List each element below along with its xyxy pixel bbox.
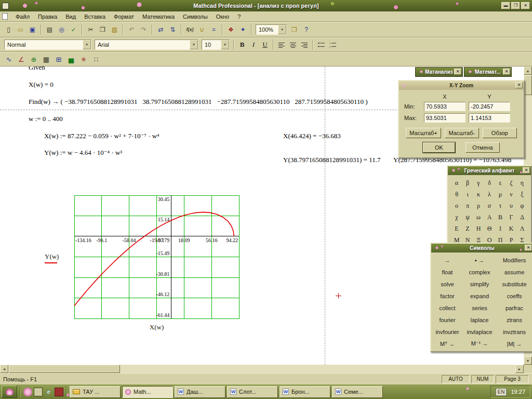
taskbar-task[interactable]: W Семе... [332, 386, 383, 398]
greek-letter-button[interactable]: ξ [517, 189, 528, 200]
xy-plot-region[interactable]: -134.16-96.1-58.04-19.9718.0956.1694.223… [74, 195, 239, 318]
greek-letter-button[interactable]: E [451, 223, 462, 234]
ok-button[interactable]: OK [423, 142, 455, 153]
close-button[interactable]: ✕ [521, 2, 530, 9]
plot-palette-icon[interactable]: ∠ [15, 54, 28, 65]
greek-letter-button[interactable]: φ [517, 200, 528, 211]
greek-letter-button[interactable]: B [495, 211, 506, 223]
expression-boolean-eq[interactable]: X(w) = 0 [29, 81, 54, 89]
italic-button[interactable]: I [248, 39, 259, 50]
greek-letter-button[interactable]: A [484, 211, 495, 223]
greek-letter-button[interactable]: H [473, 223, 484, 234]
restore-button[interactable]: ❐ [511, 2, 520, 9]
symbolic-keyword-button[interactable]: fourier [432, 314, 462, 326]
symbolic-keyword-button[interactable]: simplify [462, 278, 497, 290]
symbolic-keyword-button[interactable]: series [462, 302, 497, 314]
greek-letter-button[interactable]: ο [451, 200, 462, 211]
horizontal-scroll-thumb[interactable] [9, 365, 120, 373]
expression-given[interactable]: Given [29, 66, 45, 72]
close-icon[interactable]: ✕ [523, 167, 530, 174]
greek-letter-button[interactable]: ψ [462, 211, 473, 223]
font-select[interactable]: Arial ▾ [95, 39, 198, 50]
insert-component-icon[interactable]: ❖ [225, 24, 237, 35]
horizontal-scrollbar[interactable]: ◄ ► [0, 365, 524, 373]
greek-letter-button[interactable]: τ [495, 200, 506, 211]
star-palette-icon[interactable]: ✳ [77, 54, 90, 65]
menu-item[interactable]: Вид [61, 12, 80, 21]
symbolic-keyword-button[interactable]: invfourier [432, 326, 462, 338]
taskbar-task[interactable]: Math... [122, 386, 173, 398]
close-icon[interactable]: ✕ [525, 245, 532, 251]
minimized-palette-matemat[interactable]: Математ... ✕ [464, 67, 512, 77]
menu-item[interactable]: Окно [212, 12, 234, 21]
symbolic-keyword-button[interactable]: factor [432, 290, 462, 302]
paste-icon[interactable]: ▧ [109, 24, 121, 35]
evaluation-palette-icon[interactable]: ∷ [90, 54, 102, 65]
language-indicator[interactable]: EN [496, 388, 507, 396]
scroll-down-icon[interactable]: ▼ [524, 356, 532, 365]
greek-letter-button[interactable]: η [517, 177, 528, 189]
symbolic-keyword-button[interactable]: laplace [462, 314, 497, 326]
greek-letter-button[interactable]: ι [462, 189, 473, 200]
cut-icon[interactable]: ✂ [85, 24, 97, 35]
taskbar-task[interactable]: W Слот... [227, 386, 278, 398]
min-x-field[interactable] [424, 102, 466, 111]
separator[interactable] [222, 24, 223, 35]
greek-letter-button[interactable]: ν [506, 189, 517, 200]
greek-letter-button[interactable]: K [506, 223, 517, 234]
symbolic-keyword-button[interactable]: float [432, 266, 462, 278]
graph-palette-icon[interactable]: ∿ [3, 54, 15, 65]
style-select[interactable]: Normal ▾ [4, 39, 91, 50]
greek-letter-button[interactable]: θ [451, 189, 462, 200]
resource-center-icon[interactable]: ❒ [288, 24, 300, 35]
min-y-field[interactable] [469, 102, 510, 111]
matrix-palette-icon[interactable]: ▦ [40, 54, 52, 65]
vertical-scroll-thumb[interactable] [524, 75, 532, 95]
quick-launch-flower-icon[interactable] [23, 388, 32, 396]
symbolic-keyword-button[interactable]: ▪ → [462, 254, 497, 266]
taskbar-task[interactable]: W Даш... [175, 386, 225, 398]
new-icon[interactable]: ▯ [3, 24, 15, 35]
menu-item[interactable]: Файл [11, 12, 34, 21]
underline-button[interactable]: U [259, 39, 271, 50]
dropdown-arrow-icon[interactable]: ▾ [221, 40, 229, 49]
align-down-icon[interactable]: ⇅ [167, 24, 179, 35]
symbolic-keyword-button[interactable]: Modifiers [497, 254, 532, 266]
menu-item[interactable]: Правка [34, 12, 61, 21]
insert-hyperlink-icon[interactable]: ✦ [237, 24, 249, 35]
align-left-button[interactable] [276, 39, 287, 50]
symbolic-keyword-button[interactable]: invlaplace [462, 326, 497, 338]
greek-letter-button[interactable]: I [495, 223, 506, 234]
font-size-select[interactable]: 10 ▾ [202, 39, 230, 50]
bold-button[interactable]: B [236, 39, 248, 50]
open-icon[interactable]: ▭ [15, 24, 26, 35]
greek-letter-button[interactable]: μ [495, 189, 506, 200]
greek-letter-button[interactable]: υ [506, 200, 517, 211]
zoom-out-button[interactable]: Масштаб- [445, 128, 479, 138]
symbolic-keyword-button[interactable]: complex [462, 266, 497, 278]
max-y-field[interactable] [469, 113, 510, 123]
expression-y-def[interactable]: Y(w) := w − 4.64 · 10⁻⁴ · w³ [44, 149, 122, 157]
expression-x-def[interactable]: X(w) := 87.222 − 0.059 · w² + 7·10⁻⁷ · w… [44, 132, 159, 140]
menu-item[interactable]: Вставка [80, 12, 110, 21]
greek-letter-button[interactable]: Δ [517, 211, 528, 223]
quick-launch-browser-icon[interactable]: e [44, 388, 53, 396]
symbolic-keyword-button[interactable]: solve [432, 278, 462, 290]
greek-letter-button[interactable]: Γ [506, 211, 517, 223]
quick-launch-media-icon[interactable] [55, 388, 63, 396]
greek-letter-button[interactable]: β [462, 177, 473, 189]
expression-find-result[interactable]: Find(w) → ( −38.797165088128991031 38.79… [29, 98, 368, 106]
globe-palette-icon[interactable]: ⊕ [28, 54, 40, 65]
expression-x-eval[interactable]: X(46.424) = −36.683 [283, 132, 341, 140]
print-preview-icon[interactable]: ◎ [56, 24, 68, 35]
separator[interactable] [82, 24, 83, 35]
dropdown-arrow-icon[interactable]: ▾ [83, 40, 91, 49]
align-across-icon[interactable]: ⇄ [155, 24, 167, 35]
xy-zoom-titlebar[interactable]: X-Y Zoom ✕ [399, 81, 524, 90]
bar-chart-palette-icon[interactable]: ▅ [65, 54, 77, 65]
taskbar-task[interactable]: W Брон... [280, 386, 330, 398]
menu-item[interactable]: Математика [138, 12, 179, 21]
minimize-button[interactable]: ▬ [501, 2, 510, 9]
greek-letter-button[interactable]: Λ [517, 223, 528, 234]
symbolic-keyword-button[interactable]: collect [432, 302, 462, 314]
